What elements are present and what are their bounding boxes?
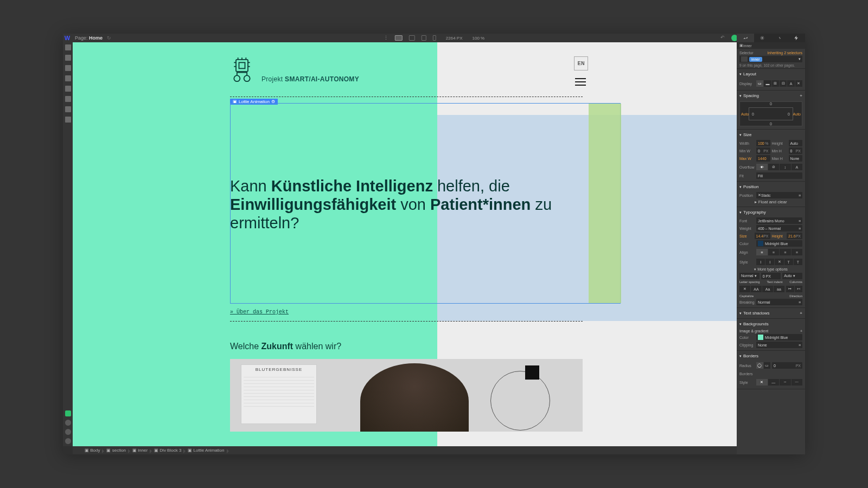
breakpoint-tablet[interactable]: [409, 35, 415, 41]
future-heading[interactable]: Welche Zukunft wählen wir?: [230, 342, 341, 352]
fontsize-input[interactable]: 14.4PX: [755, 233, 770, 239]
width-input[interactable]: 100 %: [756, 140, 770, 146]
breadcrumb-bar: ▣ Body ▣ section ▣ inner ▣ Div Block 3 ▣…: [73, 446, 737, 454]
font-input[interactable]: JetBrains Mono≡: [756, 217, 802, 224]
svg-rect-1: [236, 60, 248, 72]
layout-section[interactable]: Layout: [739, 70, 802, 78]
breadcrumb-seg[interactable]: ▣ Div Block 3: [152, 448, 186, 453]
components-icon[interactable]: [65, 75, 71, 81]
display-buttons[interactable]: ▭▬⊞⊟A✕: [756, 80, 802, 87]
three-dots-icon[interactable]: ⋮: [384, 35, 388, 41]
minh-input[interactable]: 0PX: [789, 147, 803, 154]
textstyle-buttons[interactable]: II✕TT: [756, 259, 802, 265]
overflow-buttons[interactable]: 👁⊘↕A: [756, 164, 802, 170]
undo-icon[interactable]: ↶: [720, 35, 727, 41]
clipping-input[interactable]: None≡: [756, 342, 802, 348]
weight-input[interactable]: 400 – Normal≡: [756, 225, 802, 232]
spacing-box[interactable]: 0 0 Auto Auto 0 0: [739, 101, 802, 126]
lineheight-input[interactable]: 21.6PX: [787, 233, 802, 239]
hero-heading[interactable]: Kann Künstliche Intelligenz helfen, die …: [230, 178, 577, 233]
inherit-link[interactable]: Inheriting 2 selectors: [767, 51, 802, 55]
size-section[interactable]: Size: [739, 131, 802, 139]
results-card: BLUTERGEBNISSE: [241, 364, 317, 424]
video-preview[interactable]: BLUTERGEBNISSE: [230, 359, 583, 432]
maxh-input[interactable]: None: [789, 155, 803, 162]
breadcrumb-seg[interactable]: ▣ Lottie Animation: [186, 448, 228, 453]
textcolor-input[interactable]: Midnight Blue: [756, 240, 802, 247]
brand-text: Projekt SMART/AI-AUTONOMY: [261, 75, 359, 84]
svg-rect-2: [239, 62, 245, 68]
backgrounds-section[interactable]: Backgrounds: [739, 320, 802, 328]
position-input[interactable]: ✕ Static≡: [756, 192, 802, 198]
svg-point-11: [244, 75, 250, 81]
video-icon[interactable]: [65, 429, 71, 435]
svg-point-10: [234, 75, 240, 81]
class-selector[interactable]: inner▾: [739, 56, 802, 62]
person-image: [360, 363, 469, 432]
breadcrumb-seg[interactable]: ▣ Body: [82, 448, 104, 453]
top-toolbar: W Page: Home ↻ ⋮ 2264 PX 100 % ↶ ⟨⟩ ▣ ↗ …: [63, 34, 805, 42]
radius-input[interactable]: 0PX: [772, 362, 802, 369]
black-tag: [525, 365, 539, 380]
reload-icon[interactable]: ↻: [107, 35, 111, 41]
settings-tab[interactable]: [754, 34, 771, 42]
chip-logo-icon: [230, 57, 254, 84]
position-section[interactable]: Position: [739, 183, 802, 191]
align-buttons[interactable]: ≡≡≡≡: [756, 249, 802, 255]
add-bg[interactable]: +: [800, 329, 802, 333]
breakpoint-desktop[interactable]: [395, 35, 403, 41]
minw-input[interactable]: 0PX: [756, 147, 770, 154]
design-canvas[interactable]: Projekt SMART/AI-AUTONOMY EN ▣ Lottie An…: [73, 42, 737, 446]
effects-tab[interactable]: [788, 34, 806, 42]
borders-section[interactable]: Borders: [739, 352, 802, 360]
breakpoint-switcher: ⋮ 2264 PX 100 %: [384, 35, 484, 41]
maxw-input[interactable]: 1440: [756, 155, 770, 162]
spacing-section[interactable]: Spacing+: [739, 92, 802, 100]
breakpoint-mobile-landscape[interactable]: [422, 35, 426, 41]
borderstyle-buttons[interactable]: ✕—┄⋯: [756, 379, 802, 386]
style-panel: ▣ inner SelectorInheriting 2 selectors i…: [737, 42, 805, 454]
class-note: 9 on this page, 102 on other pages.: [739, 63, 802, 67]
textshadow-section[interactable]: Text shadows+: [739, 309, 802, 317]
left-toolbar: [63, 42, 73, 446]
svg-point-0: [762, 37, 763, 39]
page-indicator[interactable]: Page: Home: [75, 35, 103, 41]
canvas-width: 2264 PX: [446, 36, 463, 41]
float-toggle[interactable]: ▸ Float and clear: [755, 200, 787, 204]
menu-icon[interactable]: [575, 78, 586, 86]
right-panel-tabs: [737, 34, 805, 42]
bgcolor-input[interactable]: Midnight Blue: [756, 334, 802, 341]
audit-icon[interactable]: [65, 410, 71, 416]
pages-icon[interactable]: [65, 55, 71, 61]
canvas-zoom: 100 %: [473, 36, 485, 41]
typography-section[interactable]: Typography: [739, 208, 802, 216]
breaking-input[interactable]: Normal≡: [756, 299, 802, 305]
navigator-icon[interactable]: [65, 65, 71, 71]
assets-icon[interactable]: [65, 106, 71, 112]
webflow-logo[interactable]: W: [63, 34, 72, 42]
breadcrumb-seg[interactable]: ▣ section: [104, 448, 130, 453]
diagram-circle: [490, 371, 550, 431]
settings-icon[interactable]: [65, 117, 71, 123]
breadcrumb-seg[interactable]: ▣ inner: [130, 448, 152, 453]
capitalize-buttons[interactable]: ✕AAAaaa: [739, 286, 784, 292]
style-tab[interactable]: [737, 34, 754, 42]
ecommerce-icon[interactable]: [65, 96, 71, 102]
fit-input[interactable]: Fill: [756, 172, 802, 179]
site-header: Projekt SMART/AI-AUTONOMY EN: [230, 57, 621, 84]
more-type-toggle[interactable]: ▾ More type options: [754, 267, 788, 272]
breakpoint-mobile[interactable]: [433, 35, 436, 41]
height-input[interactable]: Auto: [789, 140, 803, 146]
help-icon[interactable]: [65, 438, 71, 444]
search-icon[interactable]: [65, 420, 71, 426]
about-project-link[interactable]: » Über das Projekt: [230, 309, 289, 315]
selected-element-name: ▣ inner: [737, 42, 805, 49]
language-switch[interactable]: EN: [574, 56, 588, 70]
cms-icon[interactable]: [65, 86, 71, 92]
interactions-tab[interactable]: [771, 34, 788, 42]
add-icon[interactable]: [65, 44, 71, 50]
